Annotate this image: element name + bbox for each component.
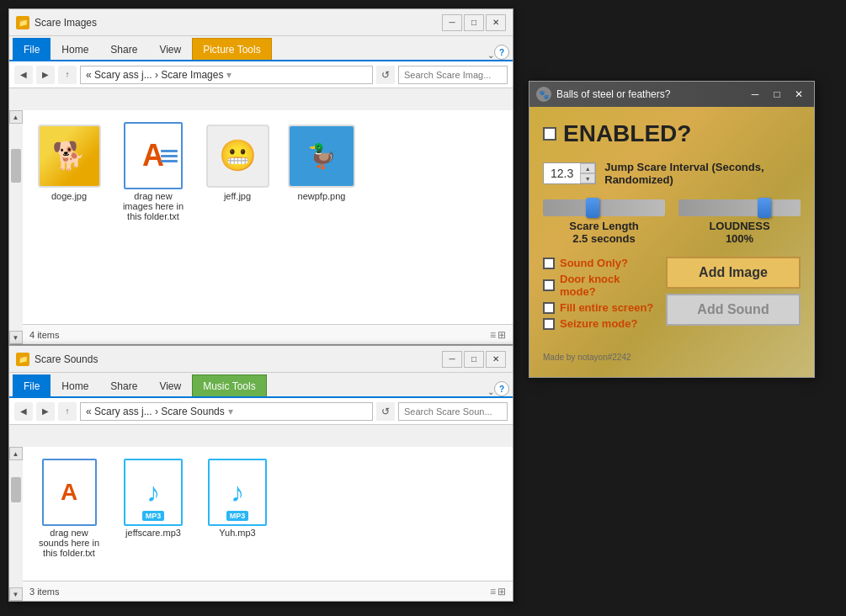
sounds-tab-file[interactable]: File	[13, 374, 51, 396]
loudness-slider[interactable]	[678, 199, 801, 216]
images-scroll-up[interactable]: ▲	[9, 110, 23, 124]
view-list-icon[interactable]: ≡	[490, 329, 496, 341]
scare-length-label: Scare Length	[569, 220, 638, 232]
images-file-grid: 🐕 doge.jpg drag new images here in this …	[23, 110, 513, 324]
images-view-icons: ≡ ⊞	[490, 329, 506, 341]
sounds-scroll-track	[9, 460, 23, 587]
list-item[interactable]: drag new images here in this folder.txt	[115, 119, 191, 225]
fill-screen-checkbox[interactable]	[543, 302, 555, 314]
door-knock-checkbox[interactable]	[543, 279, 555, 291]
sounds-view-list-icon[interactable]: ≡	[490, 586, 496, 597]
images-scroll-down[interactable]: ▼	[9, 331, 23, 344]
images-tab-picture-tools[interactable]: Picture Tools	[192, 38, 271, 60]
explorer-sounds-window: 📁 Scare Sounds ─ □ ✕ File Home Share Vie…	[8, 345, 513, 602]
list-item[interactable]: ♪ MP3 Yuh.mp3	[200, 455, 275, 561]
list-item[interactable]: ♪ MP3 jeffscare.mp3	[115, 455, 191, 561]
sounds-up-button[interactable]: ↑	[58, 402, 77, 421]
images-minimize-button[interactable]: ─	[442, 14, 462, 31]
made-by-label: Made by notayon#2242	[543, 353, 631, 362]
images-refresh-button[interactable]: ↺	[376, 66, 395, 84]
sounds-maximize-button[interactable]: □	[464, 351, 484, 368]
sounds-forward-button[interactable]: ▶	[36, 402, 55, 421]
sounds-ribbon-collapse[interactable]: ⌄	[487, 387, 494, 396]
sounds-tab-music-tools[interactable]: Music Tools	[192, 374, 266, 396]
list-item[interactable]: 😬 jeff.jpg	[200, 119, 275, 225]
sounds-search-input[interactable]	[398, 402, 508, 421]
images-window-title: Scare Images	[35, 17, 442, 29]
sounds-window-title: Scare Sounds	[35, 353, 442, 365]
images-ribbon-collapse[interactable]: ⌄	[487, 50, 494, 60]
images-close-button[interactable]: ✕	[486, 14, 506, 31]
scare-length-thumb[interactable]	[586, 198, 599, 218]
sounds-breadcrumb[interactable]: « Scary ass j... › Scare Sounds ▾	[80, 402, 373, 421]
scare-length-slider[interactable]	[543, 199, 665, 216]
sounds-tab-home[interactable]: Home	[51, 374, 99, 396]
interval-down-arrow[interactable]: ▼	[580, 173, 595, 183]
images-up-button[interactable]: ↑	[58, 66, 77, 84]
list-item[interactable]: 🦆 newpfp.png	[284, 119, 359, 225]
jeffscare-icon: ♪ MP3	[120, 459, 187, 526]
loudness-label: LOUDNESS	[709, 220, 769, 232]
images-scrollbar[interactable]: ▲ ▼	[9, 110, 23, 344]
sounds-drag-doc-icon: A	[35, 459, 103, 526]
sounds-help-button[interactable]: ?	[494, 381, 509, 396]
images-breadcrumb-arrow: ▾	[226, 69, 231, 81]
sounds-window-controls: ─ □ ✕	[442, 351, 506, 368]
view-grid-icon[interactable]: ⊞	[497, 329, 506, 341]
jeffscare-label: jeffscare.mp3	[125, 528, 181, 538]
interval-value: 12.3	[544, 163, 580, 183]
loudness-value: 100%	[726, 232, 753, 245]
app-close-button[interactable]: ✕	[790, 86, 807, 103]
sounds-scroll-down[interactable]: ▼	[9, 587, 23, 601]
sounds-refresh-button[interactable]: ↺	[376, 402, 395, 421]
app-minimize-button[interactable]: ─	[747, 86, 764, 103]
sounds-file-area: ▲ ▼ A drag new sounds here in this folde…	[9, 447, 513, 601]
interval-spinner[interactable]: 12.3 ▲ ▼	[543, 162, 596, 184]
images-search-input[interactable]	[398, 66, 508, 84]
app-maximize-button[interactable]: □	[769, 86, 785, 103]
add-sound-button[interactable]: Add Sound	[666, 294, 801, 326]
app-window: 🐾 Balls of steel or feathers? ─ □ ✕ ENAB…	[529, 81, 815, 378]
interval-up-arrow[interactable]: ▲	[580, 163, 595, 173]
sounds-minimize-button[interactable]: ─	[442, 351, 462, 368]
yuh-label: Yuh.mp3	[219, 528, 255, 538]
enabled-label: ENABLED?	[563, 120, 691, 147]
sounds-scroll-up[interactable]: ▲	[9, 447, 23, 460]
add-image-button[interactable]: Add Image	[666, 257, 801, 289]
sounds-close-button[interactable]: ✕	[486, 351, 506, 368]
images-maximize-button[interactable]: □	[464, 14, 484, 31]
images-tab-share[interactable]: Share	[99, 38, 148, 60]
bottom-section: Sound Only? Door knock mode? Fill entire…	[543, 257, 801, 342]
sound-only-row: Sound Only?	[543, 257, 657, 269]
images-tab-home[interactable]: Home	[51, 38, 99, 60]
interval-label: Jump Scare Interval (Seconds, Randomized…	[604, 161, 801, 186]
sounds-status-bar: 3 items ≡ ⊞	[23, 581, 513, 601]
sounds-view-grid-icon[interactable]: ⊞	[497, 586, 506, 597]
seizure-checkbox[interactable]	[543, 318, 555, 330]
loudness-slider-col: LOUDNESS 100%	[678, 199, 801, 245]
images-forward-button[interactable]: ▶	[36, 66, 55, 84]
enabled-checkbox[interactable]	[543, 127, 556, 141]
seizure-row: Seizure mode?	[543, 317, 657, 330]
sounds-scrollbar[interactable]: ▲ ▼	[9, 447, 23, 601]
images-back-button[interactable]: ◀	[14, 66, 33, 84]
sounds-tab-view[interactable]: View	[148, 374, 192, 396]
sound-only-checkbox[interactable]	[543, 258, 555, 269]
sounds-scroll-thumb[interactable]	[11, 477, 21, 502]
action-buttons: Add Image Add Sound	[666, 257, 801, 335]
images-breadcrumb[interactable]: « Scary ass j... › Scare Images ▾	[80, 66, 373, 84]
door-knock-row: Door knock mode?	[543, 273, 657, 298]
sounds-back-button[interactable]: ◀	[14, 402, 33, 421]
interval-arrows: ▲ ▼	[580, 163, 595, 183]
loudness-thumb[interactable]	[758, 198, 771, 218]
images-scroll-thumb[interactable]	[11, 149, 21, 183]
sounds-tab-share[interactable]: Share	[99, 374, 148, 396]
images-tab-view[interactable]: View	[148, 38, 192, 60]
images-tab-file[interactable]: File	[13, 38, 51, 60]
images-help-button[interactable]: ?	[494, 45, 509, 60]
images-window-controls: ─ □ ✕	[442, 14, 506, 31]
list-item[interactable]: A drag new sounds here in this folder.tx…	[31, 455, 107, 561]
list-item[interactable]: 🐕 doge.jpg	[31, 119, 107, 225]
fill-screen-label: Fill entire screen?	[560, 301, 653, 314]
app-title: Balls of steel or feathers?	[556, 88, 742, 100]
